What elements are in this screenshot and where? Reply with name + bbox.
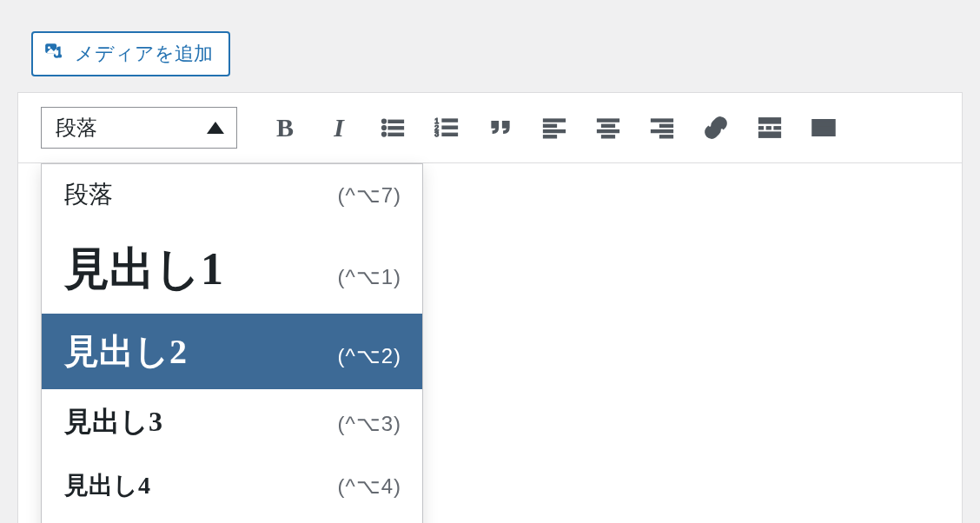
svg-rect-12 (442, 127, 458, 129)
format-option[interactable]: 見出し5(^⌥5) (42, 516, 422, 523)
keyboard-icon (811, 115, 837, 141)
format-option-label: 見出し3 (64, 403, 162, 441)
italic-button[interactable]: I (319, 108, 359, 148)
svg-rect-36 (829, 123, 831, 126)
editor-container: 段落 B I 1 2 3 (17, 92, 963, 523)
svg-point-3 (382, 119, 387, 123)
svg-rect-18 (544, 136, 557, 138)
format-option-shortcut: (^⌥7) (337, 183, 401, 208)
svg-rect-24 (660, 125, 673, 128)
numbered-list-button[interactable]: 1 2 3 (427, 108, 467, 148)
align-left-button[interactable] (534, 108, 574, 148)
numbered-list-icon: 1 2 3 (434, 115, 460, 141)
format-option[interactable]: 見出し2(^⌥2) (42, 314, 422, 389)
format-option-shortcut: (^⌥3) (337, 412, 401, 436)
format-option-shortcut: (^⌥1) (337, 265, 401, 289)
svg-rect-10 (442, 119, 458, 122)
italic-icon: I (334, 113, 344, 142)
svg-rect-34 (820, 123, 823, 126)
align-right-icon (649, 115, 675, 141)
svg-rect-38 (820, 128, 831, 130)
link-icon (703, 115, 729, 141)
svg-rect-15 (544, 119, 566, 122)
svg-rect-4 (388, 121, 404, 123)
format-option-label: 見出し2 (64, 328, 187, 375)
svg-point-5 (382, 126, 387, 130)
svg-rect-33 (816, 123, 818, 126)
editor-toolbar: 段落 B I 1 2 3 (18, 93, 962, 163)
svg-rect-21 (598, 130, 619, 133)
svg-rect-29 (766, 127, 771, 129)
svg-text:3: 3 (434, 129, 439, 138)
format-option-label: 見出し4 (64, 469, 150, 502)
svg-rect-6 (388, 127, 404, 129)
format-option-shortcut: (^⌥4) (337, 474, 401, 499)
svg-rect-8 (388, 134, 404, 136)
svg-rect-14 (442, 134, 458, 136)
toolbar-toggle-button[interactable] (804, 108, 844, 148)
link-button[interactable] (696, 108, 736, 148)
align-center-icon (595, 115, 621, 141)
format-option-shortcut: (^⌥2) (337, 344, 401, 368)
svg-point-7 (382, 132, 387, 136)
svg-rect-19 (598, 119, 619, 122)
svg-rect-20 (602, 125, 615, 128)
format-option-label: 見出し1 (64, 239, 223, 300)
add-media-button[interactable]: メディアを追加 (31, 31, 230, 76)
svg-rect-27 (759, 118, 781, 123)
svg-rect-17 (544, 130, 566, 133)
align-left-icon (541, 115, 567, 141)
svg-rect-30 (774, 127, 781, 129)
format-option[interactable]: 見出し4(^⌥4) (42, 455, 422, 516)
format-option[interactable]: 見出し3(^⌥3) (42, 389, 422, 455)
svg-rect-16 (544, 125, 557, 128)
svg-rect-37 (816, 128, 818, 130)
editor-content-area[interactable]: 段落(^⌥7)見出し1(^⌥1)見出し2(^⌥2)見出し3(^⌥3)見出し4(^… (18, 163, 962, 523)
svg-rect-25 (652, 130, 673, 133)
format-dropdown-menu: 段落(^⌥7)見出し1(^⌥1)見出し2(^⌥2)見出し3(^⌥3)見出し4(^… (41, 163, 423, 523)
read-more-icon (757, 115, 783, 141)
caret-up-icon (207, 122, 224, 134)
svg-rect-22 (602, 136, 615, 138)
svg-rect-35 (824, 123, 827, 126)
bullet-list-button[interactable] (373, 108, 413, 148)
align-right-button[interactable] (642, 108, 682, 148)
blockquote-button[interactable] (480, 108, 520, 148)
svg-rect-23 (652, 119, 673, 122)
quote-icon (487, 115, 513, 141)
svg-rect-31 (759, 132, 781, 137)
bullet-list-icon (380, 115, 406, 141)
svg-rect-28 (759, 127, 764, 129)
align-center-button[interactable] (588, 108, 628, 148)
format-current-label: 段落 (56, 114, 97, 142)
svg-point-1 (48, 46, 50, 49)
svg-point-2 (58, 54, 62, 57)
bold-icon: B (276, 113, 294, 142)
add-media-label: メディアを追加 (75, 43, 213, 65)
format-option-label: 段落 (64, 178, 113, 211)
format-option[interactable]: 見出し1(^⌥1) (42, 225, 422, 314)
format-option[interactable]: 段落(^⌥7) (42, 164, 422, 225)
read-more-button[interactable] (750, 108, 790, 148)
bold-button[interactable]: B (265, 108, 305, 148)
svg-rect-26 (660, 136, 673, 138)
media-icon (43, 40, 66, 68)
format-dropdown-toggle[interactable]: 段落 (41, 107, 237, 149)
